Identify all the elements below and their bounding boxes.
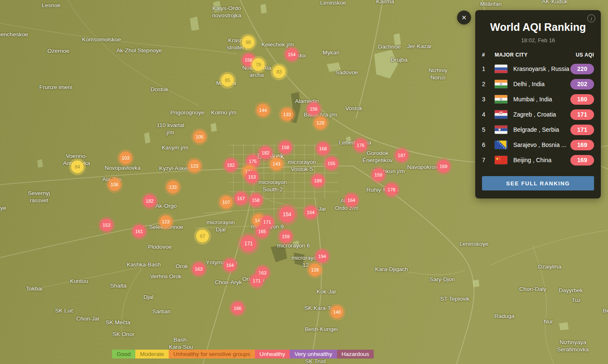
map-label: Dostuk	[151, 86, 168, 93]
aqi-marker[interactable]: 194	[316, 250, 329, 263]
map-label: Dachnoe	[378, 43, 401, 51]
map-label: Leninskoye	[460, 241, 488, 248]
aqi-marker[interactable]: 67	[196, 230, 209, 242]
map-label: GorodokÉnergetikov	[362, 150, 392, 164]
aqi-marker[interactable]: 166	[231, 302, 244, 315]
aqi-marker[interactable]: 164	[304, 206, 317, 219]
map-label: Besh-Kungei	[305, 326, 337, 333]
aqi-marker[interactable]: 98	[242, 36, 255, 49]
aqi-marker[interactable]: 144	[257, 104, 269, 117]
aqi-marker[interactable]: 79	[252, 58, 265, 71]
aqi-badge: 180	[570, 94, 594, 105]
map-label: Kalys-Ordonovostrojka	[212, 5, 241, 19]
city-name: Krasnoyarsk , Russia	[513, 65, 570, 72]
aqi-marker[interactable]: 83	[273, 65, 285, 78]
aqi-marker[interactable]: 164	[224, 259, 236, 272]
aqi-marker[interactable]: 189	[312, 174, 324, 187]
aqi-badge: 169	[570, 155, 594, 166]
map-label: Ozernoe	[47, 48, 69, 55]
aqi-marker[interactable]: 105	[193, 130, 206, 143]
aqi-marker[interactable]: 159	[279, 230, 292, 243]
city-name: Delhi , India	[513, 81, 570, 87]
ranking-row[interactable]: 1Krasnoyarsk , Russia220	[475, 61, 601, 76]
panel-timestamp: 18:02, Feb 16	[475, 37, 601, 43]
map-label: Milânfan	[480, 1, 501, 8]
rank-number: 6	[482, 141, 495, 148]
aqi-marker[interactable]: 140	[331, 306, 343, 318]
aqi-marker[interactable]: 158	[249, 194, 262, 206]
aqi-marker[interactable]: 164	[345, 194, 358, 206]
aqi-marker[interactable]: 143	[270, 158, 283, 170]
map-label: Ak-Zhol Stepnoye	[116, 47, 162, 54]
map-label: Ak-Orgo	[156, 203, 177, 210]
aqi-marker[interactable]: 159	[372, 168, 385, 181]
map-label: Plodovoe	[148, 244, 172, 251]
aqi-marker[interactable]: 182	[259, 147, 272, 159]
map-label: Tokbai	[26, 285, 42, 293]
legend-item: Hazardous	[337, 350, 374, 359]
aqi-marker[interactable]: 161	[133, 225, 145, 238]
aqi-marker[interactable]: 133	[281, 108, 293, 121]
map-label: Drujba	[391, 57, 408, 64]
map-label: Verhnii Orok	[150, 273, 181, 280]
map-label: Kyzyl-Asker	[159, 165, 189, 172]
ranking-row[interactable]: 7Beijing , China169	[475, 152, 601, 168]
aqi-marker[interactable]: 167	[235, 192, 247, 205]
aqi-marker[interactable]: 165	[256, 225, 268, 238]
aqi-badge: 169	[570, 140, 594, 150]
aqi-marker[interactable]: 107	[220, 196, 233, 209]
aqi-badge: 202	[570, 79, 594, 90]
aqi-marker[interactable]: 171	[250, 274, 263, 287]
ranking-row[interactable]: 4Zagreb , Croatia171	[475, 107, 601, 122]
info-icon[interactable]: i	[587, 14, 595, 22]
city-name: Mumbai , India	[513, 96, 570, 103]
aqi-marker[interactable]: 133	[167, 181, 179, 193]
map-label: Sary-Djon	[430, 276, 455, 283]
ranking-row[interactable]: 5Belgrade , Serbia171	[475, 122, 601, 137]
map-label: Lesnoe	[42, 2, 60, 9]
aqi-marker[interactable]: 156	[307, 103, 320, 115]
city-name: Belgrade , Serbia	[513, 126, 570, 133]
ranking-rows: 1Krasnoyarsk , Russia2202Delhi , India20…	[475, 61, 601, 168]
aqi-marker[interactable]: 129	[314, 117, 327, 129]
aqi-marker[interactable]: 154	[285, 48, 298, 61]
legend-item: Unhealthy for sensitive groups	[169, 350, 255, 359]
map-label: microrayonSouth-2	[259, 179, 287, 193]
map-label: SK Luč	[55, 307, 74, 315]
aqi-marker[interactable]: 123	[188, 160, 201, 172]
aqi-marker[interactable]: 182	[143, 195, 156, 207]
aqi-marker[interactable]: 153	[100, 219, 113, 231]
map-label: Severnyjrassvet	[28, 190, 50, 204]
rank-number: 5	[482, 126, 495, 133]
aqi-marker[interactable]: 168	[317, 142, 329, 155]
aqi-marker[interactable]: 106	[108, 178, 121, 191]
ranking-row[interactable]: 6Sarajevo , Bosnia ...169	[475, 137, 601, 152]
aqi-marker[interactable]: 84	[71, 160, 84, 173]
map-label: Vostok	[345, 105, 363, 112]
ranking-row[interactable]: 3Mumbai , India180	[475, 92, 601, 107]
aqi-marker[interactable]: 155	[325, 157, 338, 170]
map-label: Dzaiylma	[538, 263, 561, 271]
aqi-marker[interactable]: 128	[309, 263, 321, 276]
aqi-marker[interactable]: 187	[395, 149, 408, 162]
map-label: Shalta	[110, 283, 126, 290]
aqi-marker[interactable]: 85	[221, 74, 234, 87]
ranking-row[interactable]: 2Delhi , India202	[475, 76, 601, 92]
see-full-ranking-button[interactable]: SEE FULL RANKING	[482, 176, 594, 190]
aqi-marker[interactable]: 182	[225, 159, 237, 171]
aqi-marker[interactable]: 158	[279, 141, 292, 154]
aqi-map-app: LesnoeKalys-OrdonovostrojkaLeninskoeKair…	[0, 0, 608, 364]
aqi-marker[interactable]: 153	[246, 171, 258, 183]
aqi-marker[interactable]: 103	[119, 152, 132, 164]
aqi-marker[interactable]: 123	[159, 215, 172, 228]
aqi-marker[interactable]: 169	[437, 160, 450, 173]
aqi-marker[interactable]: 178	[385, 183, 398, 196]
aqi-marker[interactable]: 176	[354, 139, 367, 152]
aqi-marker[interactable]: 171	[241, 236, 257, 252]
map-label: AK-Kuduk	[542, 0, 568, 5]
aqi-marker[interactable]: 163	[192, 263, 205, 275]
panel-close-button[interactable]: ✕	[457, 11, 471, 24]
aqi-marker[interactable]: 154	[279, 206, 295, 223]
map-label: Sarban	[152, 308, 171, 315]
country-flag-icon	[495, 65, 507, 73]
